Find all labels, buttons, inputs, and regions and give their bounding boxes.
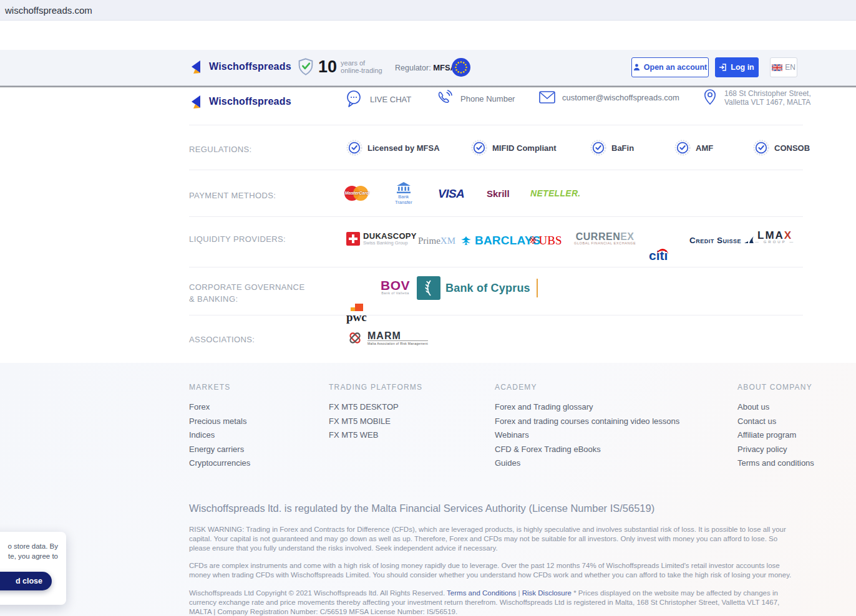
address-block: 168 St Christopher Street, Valletta VLT …	[702, 89, 811, 107]
laurel-icon	[417, 276, 440, 300]
pwc-red-block	[355, 304, 363, 311]
bov-logo: BOV Bank of Valletta	[381, 279, 410, 295]
row-divider	[189, 125, 803, 125]
footer-link-cryptocurrencies[interactable]: Cryptocurrencies	[189, 456, 250, 471]
years-badge: 10 years of online-trading	[297, 57, 382, 76]
boc-amber-bar	[537, 279, 538, 297]
language-button[interactable]: EN	[770, 57, 797, 77]
credit-suisse-logo: Credit Suisse	[689, 236, 754, 245]
check-badge-icon	[590, 140, 606, 156]
cookie-text: o store data. By te, you agree to	[0, 541, 66, 561]
bank-transfer-logo: Bank Transfer	[395, 182, 412, 205]
bank-of-cyprus-logo: Bank of Cyprus	[417, 276, 538, 300]
shield-check-icon	[297, 57, 314, 76]
dukascopy-text: DUKASCOPY Swiss Banking Group	[363, 232, 417, 246]
footer-link-courses[interactable]: Forex and trading courses containing vid…	[495, 415, 679, 429]
footer-link-ebooks[interactable]: CFD & Forex Trading eBooks	[495, 443, 679, 457]
footer-top: Wischoffspreads LIVE CHAT Phone Number	[0, 87, 856, 363]
liquidity-label: LIQUIDITY PROVIDERS:	[189, 233, 308, 245]
neteller-logo: NETELLER.	[530, 188, 580, 198]
footer-link-indices[interactable]: Indices	[189, 428, 250, 443]
footer-column-academy: ACADEMY Forex and Trading glossary Forex…	[495, 383, 679, 471]
regulation-badge-amf: AMF	[674, 140, 713, 156]
footer-logo[interactable]: Wischoffspreads	[189, 94, 291, 110]
footer-link-glossary[interactable]: Forex and Trading glossary	[495, 400, 679, 415]
url-text: wischoffspreads.com	[5, 5, 92, 16]
primexm-logo: PrimeXM	[418, 236, 455, 246]
cfd-warning-text: CFDs are complex instruments and come wi…	[189, 561, 793, 580]
footer-link-mt5-web[interactable]: FX MT5 WEB	[329, 428, 422, 443]
address-text: 168 St Christopher Street, Valletta VLT …	[724, 89, 811, 107]
risk-disclosure-link[interactable]: Risk Disclosure	[522, 589, 571, 597]
footer-link-webinars[interactable]: Webinars	[495, 428, 679, 443]
column-title: TRADING PLATFORMS	[329, 383, 422, 392]
legal-block: Wischoffspreads ltd. is regulated by the…	[189, 503, 793, 616]
column-title: ACADEMY	[495, 383, 679, 392]
regulation-badge-bafin: BaFin	[590, 140, 634, 156]
footer-link-precious-metals[interactable]: Precious metals	[189, 415, 250, 429]
brand-name: Wischoffspreads	[209, 96, 291, 107]
email-link[interactable]: customer@wischoffspreads.com	[538, 90, 679, 104]
cookie-close-button[interactable]: d close	[0, 572, 52, 590]
check-badge-icon	[346, 140, 362, 156]
credit-suisse-sail-icon	[743, 236, 754, 245]
footer-link-mt5-desktop[interactable]: FX MT5 DESKTOP	[329, 400, 422, 415]
footer-links-section: MARKETS Forex Precious metals Indices En…	[0, 363, 856, 616]
cookie-notice: o store data. By te, you agree to d clos…	[0, 532, 66, 605]
skrill-logo: Skrill	[487, 188, 510, 199]
live-chat-link[interactable]: LIVE CHAT	[345, 89, 411, 109]
ubs-logo: ※ UBS	[529, 234, 562, 248]
regulation-badge-mfsa: Licensed by MFSA	[346, 140, 440, 156]
row-divider	[189, 216, 803, 217]
terms-and-conditions-link[interactable]: Terms and Conditions	[447, 589, 516, 597]
row-divider	[189, 267, 803, 267]
citi-logo: citi	[649, 249, 856, 262]
footer-link-about-us[interactable]: About us	[737, 400, 814, 415]
pwc-logo: pwc	[346, 304, 856, 322]
footer-link-contact-us[interactable]: Contact us	[737, 415, 814, 429]
footer-link-guides[interactable]: Guides	[495, 456, 679, 471]
column-title: ABOUT COMPANY	[737, 383, 814, 392]
regulation-badge-mifid: MIFID Compliant	[471, 140, 557, 156]
check-badge-icon	[674, 140, 691, 156]
browser-url-bar[interactable]: wischoffspreads.com	[0, 0, 856, 21]
marm-logo: MARM Malta Association of Risk Managemen…	[346, 329, 428, 347]
login-button[interactable]: Log in	[715, 57, 759, 77]
years-number: 10	[318, 59, 337, 75]
chat-bubble-icon	[345, 89, 364, 109]
envelope-icon	[538, 90, 556, 104]
footer-link-forex[interactable]: Forex	[189, 400, 250, 415]
visa-logo: VISA	[438, 187, 464, 201]
payments-label: PAYMENT METHODS:	[189, 190, 308, 201]
marm-links-icon	[346, 329, 364, 347]
bank-transfer-text: Bank Transfer	[395, 195, 412, 205]
regulator-info: Regulator: MFSA	[395, 63, 456, 72]
header-logo[interactable]: Wischoffspreads	[189, 59, 291, 75]
footer-link-mt5-mobile[interactable]: FX MT5 MOBILE	[329, 415, 422, 429]
eu-flag-icon	[452, 58, 470, 77]
regulated-heading: Wischoffspreads ltd. is regulated by the…	[189, 503, 793, 514]
login-icon	[719, 64, 727, 71]
bank-building-icon	[397, 182, 411, 193]
footer-link-terms[interactable]: Terms and conditions	[737, 456, 814, 471]
footer-link-affiliate[interactable]: Affiliate program	[737, 428, 814, 443]
regulations-label: REGULATIONS:	[189, 143, 308, 155]
row-divider	[189, 170, 803, 170]
mastercard-logo: MasterCard	[344, 186, 369, 201]
copyright-text: Wischoffspreads Ltd Copyright © 2021 Wis…	[189, 589, 793, 616]
risk-warning-text: RISK WARNING: Trading in Forex and Contr…	[189, 525, 793, 552]
phone-link[interactable]: Phone Number	[435, 89, 515, 108]
years-text: years of online-trading	[341, 59, 382, 74]
associations-label: ASSOCIATIONS:	[189, 334, 308, 345]
person-icon	[633, 64, 640, 71]
currenex-logo: CURRENEX GLOBAL FINANCIAL EXCHANGE	[574, 232, 636, 245]
brand-arrow-icon	[189, 94, 205, 110]
pwc-orange-block	[351, 307, 355, 311]
column-title: MARKETS	[189, 383, 250, 392]
footer-link-energy-carriers[interactable]: Energy carriers	[189, 443, 250, 457]
barclays-eagle-icon	[460, 235, 472, 246]
footer-link-privacy[interactable]: Privacy policy	[737, 443, 814, 457]
barclays-logo: BARCLAYS	[460, 234, 540, 248]
dukascopy-logo: DUKASCOPY Swiss Banking Group	[346, 232, 417, 246]
open-account-button[interactable]: Open an account	[631, 57, 709, 77]
